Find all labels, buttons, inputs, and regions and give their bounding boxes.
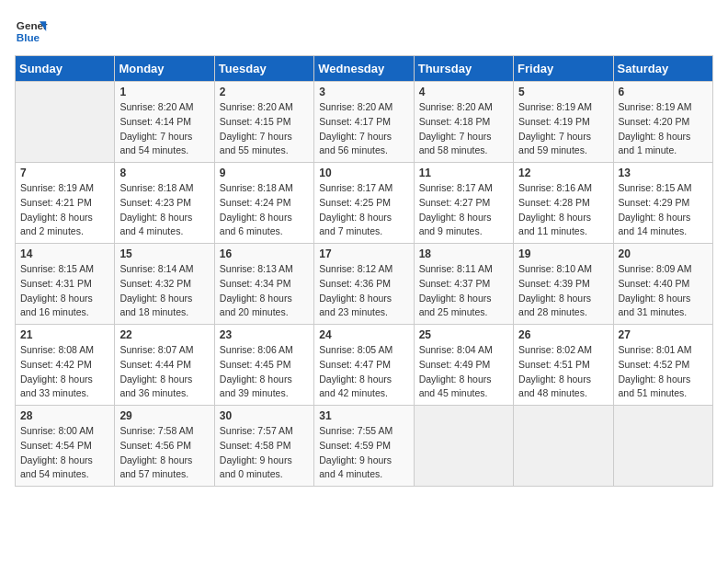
day-number: 25 [419, 328, 508, 341]
sunset-text: Sunset: 4:37 PM [419, 278, 491, 289]
day-number: 18 [419, 247, 508, 260]
day-number: 27 [619, 328, 708, 341]
sunrise-text: Sunrise: 8:20 AM [119, 101, 193, 112]
calendar-cell: 18 Sunrise: 8:11 AM Sunset: 4:37 PM Dayl… [414, 244, 513, 325]
daylight-text: Daylight: 8 hours and 36 minutes. [119, 373, 192, 399]
week-row-3: 14 Sunrise: 8:15 AM Sunset: 4:31 PM Dayl… [16, 244, 713, 325]
calendar-cell: 1 Sunrise: 8:20 AM Sunset: 4:14 PM Dayli… [115, 82, 214, 163]
sunrise-text: Sunrise: 8:12 AM [319, 263, 392, 274]
sunset-text: Sunset: 4:39 PM [518, 278, 590, 289]
calendar-cell [613, 406, 712, 487]
day-number: 11 [419, 167, 508, 179]
day-number: 8 [119, 167, 209, 179]
day-info: Sunrise: 8:17 AM Sunset: 4:27 PM Dayligh… [419, 181, 508, 239]
day-info: Sunrise: 7:58 AM Sunset: 4:56 PM Dayligh… [119, 424, 209, 482]
day-info: Sunrise: 8:19 AM Sunset: 4:20 PM Dayligh… [619, 100, 708, 158]
sunset-text: Sunset: 4:14 PM [119, 116, 191, 127]
day-header-saturday: Saturday [613, 56, 712, 82]
day-info: Sunrise: 8:13 AM Sunset: 4:34 PM Dayligh… [220, 262, 309, 320]
calendar-cell: 24 Sunrise: 8:05 AM Sunset: 4:47 PM Dayl… [314, 325, 414, 406]
day-number: 12 [518, 167, 608, 179]
sunset-text: Sunset: 4:36 PM [319, 278, 391, 289]
day-info: Sunrise: 8:05 AM Sunset: 4:47 PM Dayligh… [319, 343, 408, 401]
sunrise-text: Sunrise: 8:06 AM [220, 344, 293, 355]
day-info: Sunrise: 8:17 AM Sunset: 4:25 PM Dayligh… [319, 181, 408, 239]
sunrise-text: Sunrise: 8:15 AM [619, 182, 692, 193]
day-info: Sunrise: 8:15 AM Sunset: 4:31 PM Dayligh… [20, 262, 109, 320]
calendar-cell: 28 Sunrise: 8:00 AM Sunset: 4:54 PM Dayl… [16, 406, 115, 487]
calendar-cell: 16 Sunrise: 8:13 AM Sunset: 4:34 PM Dayl… [214, 244, 313, 325]
sunrise-text: Sunrise: 7:55 AM [319, 425, 392, 436]
sunrise-text: Sunrise: 8:08 AM [20, 344, 94, 355]
day-header-monday: Monday [115, 56, 214, 82]
sunrise-text: Sunrise: 8:05 AM [319, 344, 392, 355]
sunset-text: Sunset: 4:51 PM [518, 359, 590, 370]
sunset-text: Sunset: 4:58 PM [220, 440, 291, 451]
calendar-cell: 23 Sunrise: 8:06 AM Sunset: 4:45 PM Dayl… [214, 325, 313, 406]
day-number: 22 [119, 328, 209, 341]
logo: General Blue [15, 15, 48, 48]
daylight-text: Daylight: 8 hours and 4 minutes. [119, 212, 192, 237]
day-info: Sunrise: 8:18 AM Sunset: 4:23 PM Dayligh… [119, 181, 209, 239]
daylight-text: Daylight: 8 hours and 16 minutes. [20, 293, 93, 318]
day-info: Sunrise: 8:08 AM Sunset: 4:42 PM Dayligh… [20, 343, 109, 401]
sunset-text: Sunset: 4:28 PM [518, 197, 590, 208]
day-number: 13 [619, 167, 708, 179]
day-info: Sunrise: 8:15 AM Sunset: 4:29 PM Dayligh… [619, 181, 708, 239]
day-number: 5 [518, 86, 608, 98]
day-info: Sunrise: 8:19 AM Sunset: 4:19 PM Dayligh… [518, 100, 608, 158]
sunset-text: Sunset: 4:27 PM [419, 197, 491, 208]
day-info: Sunrise: 8:20 AM Sunset: 4:18 PM Dayligh… [419, 100, 508, 158]
week-row-4: 21 Sunrise: 8:08 AM Sunset: 4:42 PM Dayl… [16, 325, 713, 406]
daylight-text: Daylight: 8 hours and 7 minutes. [319, 212, 392, 237]
calendar-cell: 14 Sunrise: 8:15 AM Sunset: 4:31 PM Dayl… [16, 244, 115, 325]
day-info: Sunrise: 8:09 AM Sunset: 4:40 PM Dayligh… [619, 262, 708, 320]
day-info: Sunrise: 8:14 AM Sunset: 4:32 PM Dayligh… [119, 262, 209, 320]
sunset-text: Sunset: 4:59 PM [319, 440, 391, 451]
day-number: 23 [220, 328, 309, 341]
day-info: Sunrise: 8:20 AM Sunset: 4:15 PM Dayligh… [220, 100, 309, 158]
daylight-text: Daylight: 8 hours and 54 minutes. [20, 454, 93, 480]
sunset-text: Sunset: 4:34 PM [220, 278, 291, 289]
sunset-text: Sunset: 4:17 PM [319, 116, 391, 127]
sunset-text: Sunset: 4:24 PM [220, 197, 291, 208]
calendar-cell: 25 Sunrise: 8:04 AM Sunset: 4:49 PM Dayl… [414, 325, 513, 406]
daylight-text: Daylight: 8 hours and 23 minutes. [319, 293, 392, 318]
day-number: 21 [20, 328, 109, 341]
daylight-text: Daylight: 8 hours and 33 minutes. [20, 373, 93, 399]
daylight-text: Daylight: 7 hours and 59 minutes. [518, 131, 591, 156]
day-number: 4 [419, 86, 508, 98]
day-info: Sunrise: 8:07 AM Sunset: 4:44 PM Dayligh… [119, 343, 209, 401]
day-info: Sunrise: 8:10 AM Sunset: 4:39 PM Dayligh… [518, 262, 608, 320]
sunset-text: Sunset: 4:23 PM [119, 197, 191, 208]
sunset-text: Sunset: 4:44 PM [119, 359, 191, 370]
sunset-text: Sunset: 4:19 PM [518, 116, 590, 127]
sunrise-text: Sunrise: 8:17 AM [319, 182, 392, 193]
day-number: 17 [319, 247, 408, 260]
svg-text:Blue: Blue [17, 31, 40, 43]
daylight-text: Daylight: 9 hours and 4 minutes. [319, 454, 392, 480]
day-header-tuesday: Tuesday [214, 56, 313, 82]
day-info: Sunrise: 8:06 AM Sunset: 4:45 PM Dayligh… [220, 343, 309, 401]
calendar-cell [414, 406, 513, 487]
calendar-cell: 10 Sunrise: 8:17 AM Sunset: 4:25 PM Dayl… [314, 163, 414, 244]
day-number: 9 [220, 167, 309, 179]
sunset-text: Sunset: 4:21 PM [20, 197, 92, 208]
week-row-1: 1 Sunrise: 8:20 AM Sunset: 4:14 PM Dayli… [16, 82, 713, 163]
day-header-sunday: Sunday [16, 56, 115, 82]
day-info: Sunrise: 8:18 AM Sunset: 4:24 PM Dayligh… [220, 181, 309, 239]
calendar-cell: 17 Sunrise: 8:12 AM Sunset: 4:36 PM Dayl… [314, 244, 414, 325]
daylight-text: Daylight: 8 hours and 14 minutes. [619, 212, 691, 237]
day-number: 1 [119, 86, 209, 98]
day-number: 19 [518, 247, 608, 260]
day-info: Sunrise: 8:02 AM Sunset: 4:51 PM Dayligh… [518, 343, 608, 401]
sunrise-text: Sunrise: 8:07 AM [119, 344, 193, 355]
sunrise-text: Sunrise: 8:15 AM [20, 263, 94, 274]
sunrise-text: Sunrise: 7:58 AM [119, 425, 193, 436]
page-header: General Blue [15, 15, 713, 48]
sunset-text: Sunset: 4:20 PM [619, 116, 690, 127]
sunrise-text: Sunrise: 7:57 AM [220, 425, 293, 436]
day-number: 14 [20, 247, 109, 260]
daylight-text: Daylight: 8 hours and 31 minutes. [619, 293, 691, 318]
calendar-cell: 31 Sunrise: 7:55 AM Sunset: 4:59 PM Dayl… [314, 406, 414, 487]
